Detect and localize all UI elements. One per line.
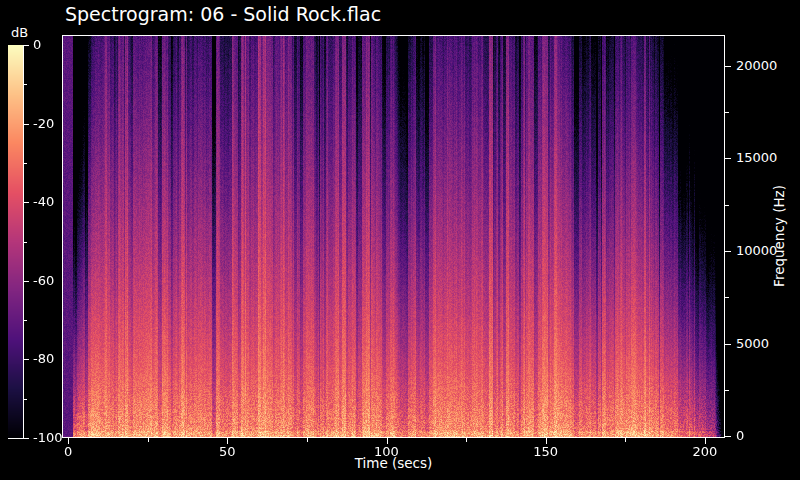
spectrogram-window: Spectrogram: 06 - Solid Rock.flac dB Tim…	[0, 0, 800, 480]
colorbar-unit-label: dB	[11, 25, 28, 40]
y-minor-tick	[725, 390, 729, 391]
page-title: Spectrogram: 06 - Solid Rock.flac	[65, 3, 381, 25]
colorbar-minor-tick	[24, 399, 27, 400]
x-minor-tick	[148, 438, 149, 442]
x-tick-label: 150	[521, 444, 571, 460]
colorbar-gradient	[8, 45, 23, 438]
colorbar-minor-tick	[24, 242, 27, 243]
x-tick-label: 200	[680, 444, 730, 460]
spectrogram-canvas	[63, 36, 724, 437]
colorbar-minor-tick	[24, 163, 27, 164]
y-minor-tick	[725, 205, 729, 206]
colorbar-tick	[24, 45, 29, 46]
colorbar-minor-tick	[24, 84, 27, 85]
y-tick	[725, 251, 731, 252]
y-tick-label: 0	[736, 428, 744, 444]
colorbar-tick-label: -60	[33, 273, 54, 289]
y-tick-label: 20000	[736, 58, 777, 74]
y-tick	[725, 158, 731, 159]
plot-frame	[62, 35, 725, 438]
y-tick	[725, 66, 731, 67]
y-tick	[725, 436, 731, 437]
y-tick-label: 15000	[736, 150, 777, 166]
colorbar-tick-label: 0	[33, 37, 41, 53]
x-tick-label: 100	[362, 444, 412, 460]
colorbar-minor-tick	[24, 320, 27, 321]
y-minor-tick	[725, 112, 729, 113]
colorbar-tick-label: -20	[33, 116, 54, 132]
x-minor-tick	[625, 438, 626, 442]
y-tick-label: 10000	[736, 243, 777, 259]
colorbar-spine-bottom	[8, 438, 24, 439]
colorbar-tick	[24, 281, 29, 282]
colorbar	[8, 45, 23, 438]
x-tick-label: 0	[43, 444, 93, 460]
colorbar-tick	[24, 202, 29, 203]
y-tick-label: 5000	[736, 336, 769, 352]
y-minor-tick	[725, 297, 729, 298]
x-minor-tick	[466, 438, 467, 442]
colorbar-tick	[24, 359, 29, 360]
colorbar-tick	[24, 438, 29, 439]
x-tick-label: 50	[202, 444, 252, 460]
x-minor-tick	[307, 438, 308, 442]
colorbar-tick-label: -100	[33, 430, 63, 446]
y-tick	[725, 344, 731, 345]
y-axis-label: Frequency (Hz)	[771, 185, 787, 287]
colorbar-tick-label: -80	[33, 351, 54, 367]
colorbar-tick	[24, 124, 29, 125]
colorbar-tick-label: -40	[33, 194, 54, 210]
